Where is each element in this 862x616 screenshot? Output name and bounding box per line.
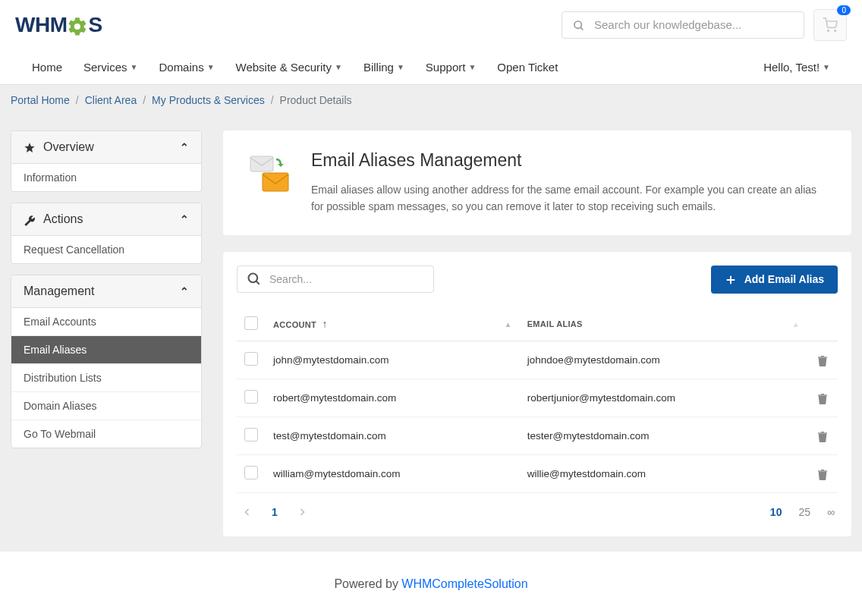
gear-icon xyxy=(67,13,88,37)
nav-item-services[interactable]: Services▼ xyxy=(73,50,148,84)
user-menu[interactable]: Hello, Test! ▼ xyxy=(753,50,841,84)
sort-caret-icon: ▲ xyxy=(505,320,512,328)
sidebar-item-domain-aliases[interactable]: Domain Aliases xyxy=(11,391,201,420)
chevron-down-icon: ▼ xyxy=(207,63,215,71)
delete-row-button[interactable] xyxy=(816,354,829,365)
svg-line-7 xyxy=(256,281,260,284)
page-size-option[interactable]: 10 xyxy=(770,506,782,518)
sidebar-item-request-cancellation[interactable]: Request Cancellation xyxy=(11,236,201,263)
aliases-table: Account ↑ ▲ Email Alias ▲ john@mytestdom… xyxy=(237,307,838,493)
footer-link[interactable]: WHMCompleteSolution xyxy=(401,577,527,590)
panel-management: Management ⌃ Email AccountsEmail Aliases… xyxy=(11,275,202,448)
row-checkbox[interactable] xyxy=(244,390,258,404)
breadcrumb: Portal Home/Client Area/My Products & Se… xyxy=(0,85,862,115)
cell-account: william@mytestdomain.com xyxy=(266,455,494,493)
row-checkbox[interactable] xyxy=(244,428,258,442)
cell-alias: robertjunior@mytestdomain.com xyxy=(520,379,782,417)
next-page-button[interactable] xyxy=(294,504,310,520)
nav-item-label: Open Ticket xyxy=(497,61,558,74)
nav-item-label: Home xyxy=(32,61,62,74)
chevron-down-icon: ▼ xyxy=(131,63,138,71)
svg-rect-4 xyxy=(250,156,273,171)
svg-point-6 xyxy=(249,274,258,283)
cart-button[interactable]: 0 xyxy=(813,9,847,41)
nav-item-website-security[interactable]: Website & Security▼ xyxy=(225,50,353,84)
panel-overview-title: Overview xyxy=(43,140,94,154)
column-alias-header[interactable]: Email Alias xyxy=(520,307,782,341)
logo-text-post: S xyxy=(88,13,102,37)
table-search[interactable] xyxy=(237,266,434,293)
row-checkbox[interactable] xyxy=(244,466,258,479)
chevron-down-icon: ▼ xyxy=(468,63,476,71)
breadcrumb-link[interactable]: My Products & Services xyxy=(152,94,265,106)
sidebar-item-email-accounts[interactable]: Email Accounts xyxy=(11,308,201,335)
add-email-alias-button[interactable]: Add Email Alias xyxy=(711,266,838,294)
star-icon xyxy=(24,140,36,154)
sidebar-item-go-to-webmail[interactable]: Go To Webmail xyxy=(11,420,201,448)
panel-actions: Actions ⌃ Request Cancellation xyxy=(11,203,202,264)
sidebar-item-distribution-lists[interactable]: Distribution Lists xyxy=(11,363,201,391)
current-page[interactable]: 1 xyxy=(272,506,278,518)
page-description: Email aliases allow using another addres… xyxy=(311,181,826,215)
nav-item-open-ticket[interactable]: Open Ticket xyxy=(486,50,568,84)
sidebar-item-email-aliases[interactable]: Email Aliases xyxy=(11,335,201,363)
nav-item-support[interactable]: Support▼ xyxy=(415,50,486,84)
table-row: william@mytestdomain.comwillie@mytestdom… xyxy=(237,455,838,493)
kb-search-input[interactable] xyxy=(594,18,793,31)
breadcrumb-link[interactable]: Portal Home xyxy=(11,94,70,106)
table-row: test@mytestdomain.comtester@mytestdomain… xyxy=(237,417,838,455)
logo[interactable]: WHM S xyxy=(15,13,102,37)
add-button-label: Add Email Alias xyxy=(744,273,824,285)
row-checkbox[interactable] xyxy=(244,352,258,366)
svg-point-3 xyxy=(835,30,836,32)
chevron-down-icon: ▼ xyxy=(823,63,830,71)
chevron-up-icon: ⌃ xyxy=(180,141,189,153)
nav-item-label: Domains xyxy=(159,61,203,74)
logo-text-pre: WHM xyxy=(15,13,67,37)
chevron-down-icon: ▼ xyxy=(397,63,404,71)
nav-item-home[interactable]: Home xyxy=(21,50,73,84)
hero-card: Email Aliases Management Email aliases a… xyxy=(223,130,851,235)
nav-item-label: Billing xyxy=(363,61,394,74)
panel-overview-header[interactable]: Overview ⌃ xyxy=(11,131,201,164)
app-header: WHM S 0 xyxy=(0,0,862,50)
svg-point-2 xyxy=(828,30,829,32)
prev-page-button[interactable] xyxy=(240,504,255,520)
page-size-option[interactable]: ∞ xyxy=(827,506,835,518)
cart-icon xyxy=(823,17,838,33)
delete-row-button[interactable] xyxy=(816,391,829,403)
nav-item-label: Support xyxy=(426,61,466,74)
delete-row-button[interactable] xyxy=(816,429,829,441)
chevron-up-icon: ⌃ xyxy=(180,213,189,225)
page-size-option[interactable]: 25 xyxy=(798,506,810,518)
plus-icon xyxy=(725,273,737,286)
footer-prefix: Powered by xyxy=(334,577,401,590)
pagination: 1 1025∞ xyxy=(237,493,838,523)
cell-account: robert@mytestdomain.com xyxy=(266,379,494,417)
aliases-table-card: Add Email Alias Account ↑ ▲ Email Alias xyxy=(223,252,851,536)
chevron-down-icon: ▼ xyxy=(335,63,342,71)
nav-item-label: Services xyxy=(83,61,127,74)
table-search-input[interactable] xyxy=(269,273,424,285)
svg-point-0 xyxy=(574,21,581,28)
panel-actions-title: Actions xyxy=(43,212,83,226)
breadcrumb-link[interactable]: Client Area xyxy=(85,94,137,106)
svg-line-1 xyxy=(580,27,583,30)
kb-search[interactable] xyxy=(562,11,804,38)
cell-alias: johndoe@mytestdomain.com xyxy=(520,341,782,379)
delete-row-button[interactable] xyxy=(816,467,829,479)
table-row: robert@mytestdomain.comrobertjunior@myte… xyxy=(237,379,838,417)
select-all-checkbox[interactable] xyxy=(244,316,258,330)
nav-item-domains[interactable]: Domains▼ xyxy=(148,50,225,84)
table-row: john@mytestdomain.comjohndoe@mytestdomai… xyxy=(237,341,838,379)
panel-overview: Overview ⌃ Information xyxy=(11,130,202,192)
panel-management-header[interactable]: Management ⌃ xyxy=(11,275,201,308)
panel-actions-header[interactable]: Actions ⌃ xyxy=(11,203,201,236)
sort-asc-icon: ↑ xyxy=(322,318,327,330)
nav-item-billing[interactable]: Billing▼ xyxy=(353,50,415,84)
sort-caret-icon: ▲ xyxy=(792,320,800,328)
column-account-header[interactable]: Account ↑ xyxy=(266,307,494,341)
search-icon xyxy=(573,18,585,31)
sidebar-item-information[interactable]: Information xyxy=(11,164,201,191)
nav-item-label: Website & Security xyxy=(236,61,332,74)
